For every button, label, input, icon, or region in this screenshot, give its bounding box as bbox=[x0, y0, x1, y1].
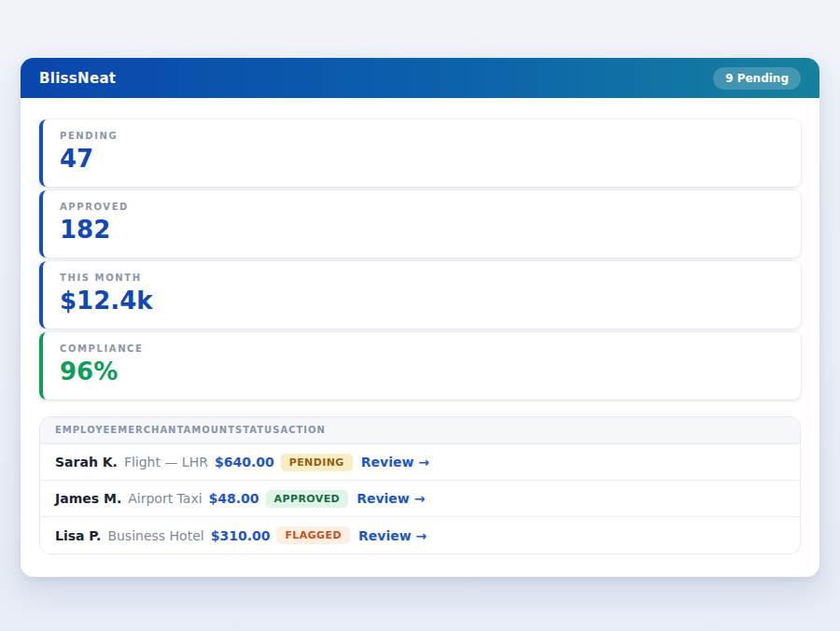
review-link[interactable]: Review → bbox=[357, 491, 425, 506]
column-header-employee: EMPLOYEE bbox=[55, 425, 118, 435]
expense-table: EMPLOYEEMERCHANTAMOUNTSTATUSACTION Sarah… bbox=[39, 416, 801, 554]
stat-label: PENDING bbox=[60, 131, 784, 141]
amount-value: $310.00 bbox=[211, 528, 271, 543]
panel-body: PENDING 47 APPROVED 182 THIS MONTH $12.4… bbox=[21, 98, 819, 577]
stat-card-compliance: COMPLIANCE 96% bbox=[39, 332, 801, 400]
review-link[interactable]: Review → bbox=[358, 528, 427, 543]
employee-name: James M. bbox=[55, 491, 121, 506]
column-header-status: STATUS bbox=[235, 425, 280, 435]
merchant-name: Airport Taxi bbox=[128, 491, 202, 506]
column-header-action: ACTION bbox=[280, 425, 326, 435]
merchant-name: Business Hotel bbox=[107, 528, 203, 543]
stat-label: COMPLIANCE bbox=[60, 344, 784, 354]
app-header: BlissNeat 9 Pending bbox=[21, 58, 819, 98]
column-header-merchant: MERCHANT bbox=[118, 425, 183, 435]
stat-value: 182 bbox=[60, 217, 784, 244]
employee-name: Lisa P. bbox=[55, 528, 101, 543]
app-title: BlissNeat bbox=[39, 70, 116, 87]
amount-value: $48.00 bbox=[209, 491, 259, 506]
pending-count-badge: 9 Pending bbox=[713, 67, 801, 90]
merchant-name: Flight — LHR bbox=[124, 455, 208, 470]
stat-value: 96% bbox=[60, 358, 784, 386]
stat-card-this-month: THIS MONTH $12.4k bbox=[39, 261, 801, 329]
review-link[interactable]: Review → bbox=[361, 455, 429, 470]
main-panel: BlissNeat 9 Pending PENDING 47 APPROVED … bbox=[21, 58, 819, 577]
status-badge: PENDING bbox=[281, 454, 353, 471]
stat-card-pending: PENDING 47 bbox=[39, 119, 801, 187]
amount-value: $640.00 bbox=[215, 455, 274, 470]
stat-label: THIS MONTH bbox=[60, 273, 784, 283]
stat-value: $12.4k bbox=[60, 287, 784, 315]
status-badge: APPROVED bbox=[266, 490, 349, 508]
stat-label: APPROVED bbox=[60, 202, 784, 212]
employee-name: Sarah K. bbox=[55, 455, 118, 470]
stat-value: 47 bbox=[60, 146, 784, 173]
stat-card-approved: APPROVED 182 bbox=[39, 190, 801, 258]
table-row: Sarah K. Flight — LHR $640.00 PENDING Re… bbox=[40, 444, 800, 481]
column-header-amount: AMOUNT bbox=[184, 425, 236, 435]
table-row: James M. Airport Taxi $48.00 APPROVED Re… bbox=[40, 481, 800, 517]
table-row: Lisa P. Business Hotel $310.00 FLAGGED R… bbox=[40, 517, 800, 554]
status-badge: FLAGGED bbox=[276, 526, 350, 544]
table-header-row: EMPLOYEEMERCHANTAMOUNTSTATUSACTION bbox=[40, 417, 800, 444]
